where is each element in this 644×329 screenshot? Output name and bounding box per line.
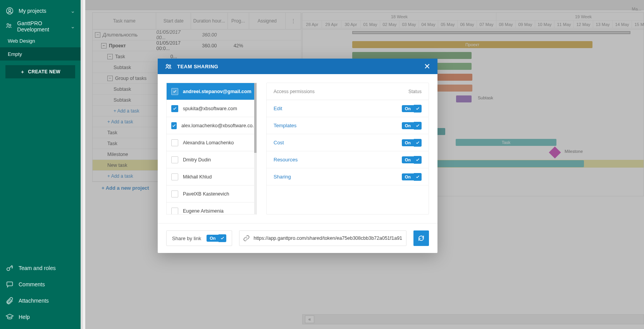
- member-checkbox[interactable]: [171, 105, 178, 112]
- perm-header-status: Status: [408, 89, 422, 94]
- share-link-input[interactable]: [253, 231, 406, 246]
- modal-title: TEAM SHARING: [177, 64, 218, 69]
- graduation-icon: [5, 313, 14, 321]
- create-new-button[interactable]: ＋ CREATE NEW: [5, 65, 75, 78]
- member-item[interactable]: andreei.stepanov@gmail.com: [167, 83, 257, 100]
- workspace-row[interactable]: GanttPRO Development ⌄: [0, 19, 81, 34]
- link-icon: [239, 235, 253, 242]
- permission-toggle[interactable]: On: [402, 105, 422, 113]
- permission-label: Sharing: [274, 174, 291, 180]
- workspace-label: GanttPRO Development: [17, 20, 66, 33]
- permission-toggle[interactable]: On: [402, 122, 422, 130]
- nav-team-roles[interactable]: Team and roles: [0, 260, 81, 276]
- member-email: andreei.stepanov@gmail.com: [183, 89, 251, 94]
- svg-point-1: [9, 9, 11, 11]
- member-item[interactable]: spukita@xbsoftware.com: [167, 100, 257, 117]
- permission-row: Cost On: [267, 134, 429, 151]
- permission-row: Resources On: [267, 151, 429, 168]
- member-checkbox[interactable]: [171, 173, 178, 180]
- share-link-field: [239, 230, 406, 246]
- svg-point-6: [166, 64, 168, 66]
- permission-toggle[interactable]: On: [402, 156, 422, 164]
- share-link-toggle[interactable]: On: [207, 234, 226, 242]
- member-checkbox[interactable]: [171, 122, 177, 129]
- permission-row: Edit On: [267, 100, 429, 117]
- svg-point-7: [169, 65, 170, 66]
- member-email: PavelXB Kastenevich: [183, 191, 229, 197]
- permission-row: Templates On: [267, 117, 429, 134]
- key-icon: [5, 264, 14, 272]
- permission-toggle[interactable]: On: [402, 139, 422, 147]
- scrollbar-thumb[interactable]: [254, 83, 257, 153]
- permission-toggle[interactable]: On: [402, 173, 422, 181]
- svg-point-4: [7, 268, 10, 270]
- member-email: Alexandra Lomachenko: [183, 140, 234, 145]
- people-icon: [5, 22, 12, 31]
- sidebar-item-web-design[interactable]: Web Design: [0, 34, 81, 47]
- member-item[interactable]: Alexandra Lomachenko: [167, 134, 257, 151]
- share-by-link-box: Share by link On: [166, 230, 232, 246]
- nav-attachments[interactable]: Attachments: [0, 293, 81, 309]
- member-email: Dmitry Dudin: [183, 157, 211, 163]
- members-list: andreei.stepanov@gmail.comspukita@xbsoft…: [166, 83, 257, 215]
- member-checkbox[interactable]: [171, 139, 178, 146]
- permission-label: Resources: [274, 157, 298, 163]
- member-checkbox[interactable]: [171, 190, 178, 197]
- sidebar-item-empty[interactable]: Empty: [0, 47, 81, 61]
- share-by-link-label: Share by link: [172, 235, 201, 241]
- svg-point-2: [7, 24, 9, 26]
- people-icon: [165, 62, 172, 70]
- team-sharing-modal: TEAM SHARING ✕ andreei.stepanov@gmail.co…: [158, 59, 437, 253]
- nav-comments[interactable]: Comments: [0, 276, 81, 293]
- close-icon[interactable]: ✕: [424, 62, 430, 70]
- regenerate-link-button[interactable]: [413, 230, 429, 246]
- permission-row: Sharing On: [267, 168, 429, 185]
- member-item[interactable]: Dmitry Dudin: [167, 151, 257, 168]
- member-item[interactable]: PavelXB Kastenevich: [167, 185, 257, 203]
- comment-icon: [5, 280, 14, 289]
- sidebar: My projects ⌄ GanttPRO Development ⌄ Web…: [0, 0, 83, 329]
- perm-header-label: Access permissions: [274, 89, 315, 94]
- my-projects-label: My projects: [19, 8, 46, 14]
- permission-label: Templates: [274, 123, 296, 128]
- member-checkbox[interactable]: [171, 208, 178, 215]
- member-checkbox[interactable]: [171, 88, 178, 95]
- member-item[interactable]: Eugene Artsimenia: [167, 203, 257, 215]
- member-email: Mikhail Khlud: [183, 174, 212, 180]
- chevron-down-icon: ⌄: [71, 23, 75, 29]
- my-projects-row[interactable]: My projects ⌄: [0, 3, 81, 19]
- member-item[interactable]: Mikhail Khlud: [167, 168, 257, 185]
- paperclip-icon: [5, 296, 14, 305]
- member-item[interactable]: alex.lomachenko@xbsoftware.co...: [167, 117, 257, 134]
- plus-icon: ＋: [20, 69, 25, 75]
- chevron-down-icon: ⌄: [71, 8, 75, 14]
- user-circle-icon: [5, 7, 14, 15]
- permission-label: Edit: [274, 106, 282, 111]
- member-email: spukita@xbsoftware.com: [183, 106, 237, 111]
- member-email: Eugene Artsimenia: [183, 208, 224, 214]
- permissions-panel: Access permissions Status Edit On Templa…: [266, 83, 429, 215]
- member-checkbox[interactable]: [171, 156, 178, 163]
- member-email: alex.lomachenko@xbsoftware.co...: [181, 123, 257, 128]
- nav-help[interactable]: Help: [0, 309, 81, 325]
- modal-header: TEAM SHARING ✕: [158, 59, 437, 74]
- permission-label: Cost: [274, 140, 284, 145]
- svg-rect-5: [7, 282, 13, 286]
- svg-point-3: [9, 24, 11, 26]
